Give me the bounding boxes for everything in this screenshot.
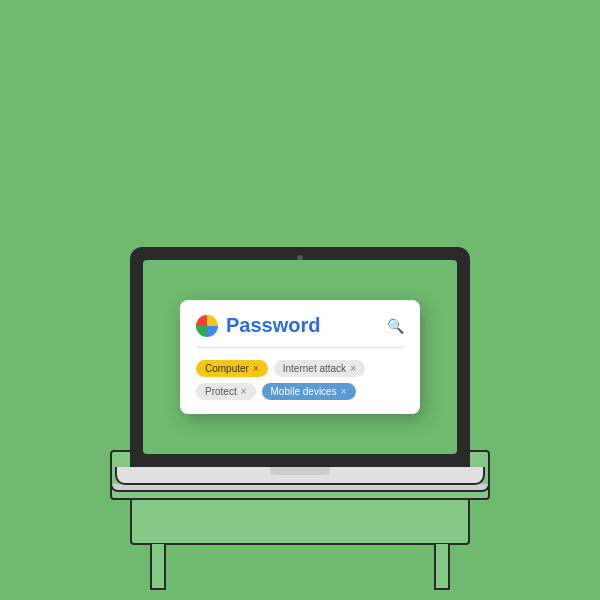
laptop: Password 🔍 Computer × Internet attack × bbox=[110, 247, 490, 492]
table-panel bbox=[130, 499, 470, 545]
table-legs bbox=[150, 544, 450, 590]
search-card: Password 🔍 Computer × Internet attack × bbox=[180, 300, 420, 414]
tag-internet-close[interactable]: × bbox=[350, 363, 356, 374]
laptop-screen: Password 🔍 Computer × Internet attack × bbox=[130, 247, 470, 467]
search-bar: Password 🔍 bbox=[196, 314, 404, 348]
tag-computer[interactable]: Computer × bbox=[196, 360, 268, 377]
tag-protect-label: Protect bbox=[205, 386, 237, 397]
tag-computer-close[interactable]: × bbox=[253, 363, 259, 374]
screen-display: Password 🔍 Computer × Internet attack × bbox=[143, 260, 457, 454]
tag-internet-label: Internet attack bbox=[283, 363, 346, 374]
scene: Password 🔍 Computer × Internet attack × bbox=[0, 0, 600, 600]
search-logo-icon bbox=[196, 315, 218, 337]
tag-protect-close[interactable]: × bbox=[241, 386, 247, 397]
laptop-hinge bbox=[270, 467, 330, 475]
tag-computer-label: Computer bbox=[205, 363, 249, 374]
tag-mobile-close[interactable]: × bbox=[341, 386, 347, 397]
laptop-base bbox=[115, 467, 485, 485]
table-leg-left bbox=[150, 544, 166, 590]
tags-container: Computer × Internet attack × Protect × bbox=[196, 360, 404, 400]
table-leg-right bbox=[434, 544, 450, 590]
tag-mobile-label: Mobile devices bbox=[271, 386, 337, 397]
search-title: Password bbox=[226, 314, 387, 337]
tag-protect[interactable]: Protect × bbox=[196, 383, 256, 400]
search-icon[interactable]: 🔍 bbox=[387, 318, 404, 334]
tag-mobile-devices[interactable]: Mobile devices × bbox=[262, 383, 356, 400]
laptop-base-bottom bbox=[110, 484, 490, 492]
tag-internet-attack[interactable]: Internet attack × bbox=[274, 360, 365, 377]
